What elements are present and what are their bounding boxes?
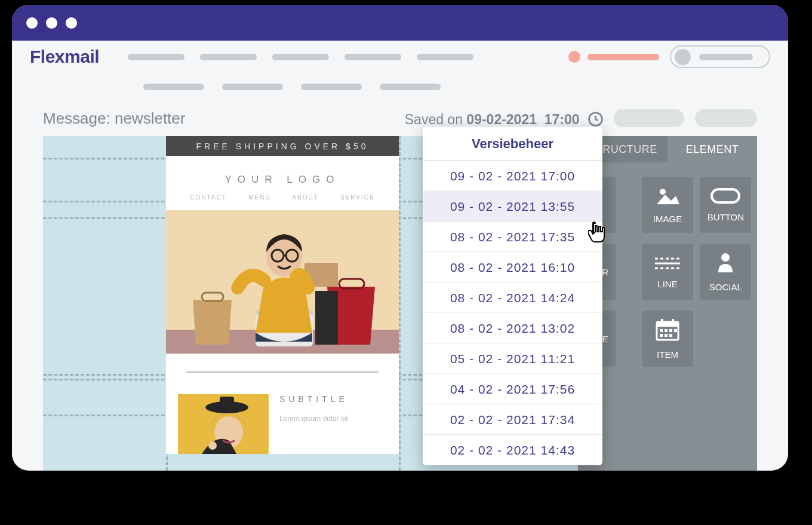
email-nav-menu[interactable]: MENU	[248, 194, 270, 201]
window-dot-close[interactable]	[26, 17, 38, 29]
email-logo-section[interactable]: YOUR LOGO CONTACT MENU ABOUT SERVICE	[166, 156, 399, 210]
element-tile-empty	[700, 311, 751, 367]
email-banner[interactable]: FREE SHIPPING OVER $50	[166, 136, 399, 156]
element-tile-button[interactable]: BUTTON	[700, 177, 751, 233]
notification-dot-icon	[568, 51, 580, 63]
version-history-dropdown[interactable]: Versiebeheer 09 - 02 - 2021 17:00 09 - 0…	[423, 127, 602, 465]
svg-rect-25	[661, 319, 663, 324]
guide-vertical	[399, 136, 401, 471]
version-entry[interactable]: 08 - 02 - 2021 17:35	[423, 222, 602, 252]
email-card[interactable]: SUBTITLE Lorem ipsum dolor sit	[178, 394, 387, 454]
saved-status: Saved on 09-02-2021 17:00	[405, 109, 603, 128]
email-logo-text: YOUR LOGO	[225, 174, 340, 185]
element-panel: STRUCTURE ELEMENT IMAGE BUTTON	[578, 136, 757, 471]
version-history-title: Versiebeheer	[423, 127, 602, 161]
window-dot-minimize[interactable]	[46, 17, 57, 29]
editor-body: FREE SHIPPING OVER $50 YOUR LOGO CONTACT…	[43, 136, 757, 471]
notification-indicator[interactable]	[568, 51, 659, 63]
secondary-nav	[12, 73, 788, 100]
saved-date: 09-02-2021	[466, 112, 537, 127]
username-placeholder	[699, 54, 753, 60]
email-hero-image[interactable]	[166, 210, 399, 354]
nav-link-placeholder[interactable]	[272, 54, 329, 60]
pointer-cursor-icon	[588, 221, 608, 246]
social-icon	[716, 252, 735, 276]
window-dot-maximize[interactable]	[66, 17, 77, 29]
tile-label: ITEM	[657, 349, 678, 360]
version-entry[interactable]: 09 - 02 - 2021 17:00	[423, 161, 602, 191]
main-nav-links	[128, 54, 473, 60]
editor-header: Message: newsletter Saved on 09-02-2021 …	[12, 100, 788, 136]
email-nav-contact[interactable]: CONTACT	[190, 194, 227, 201]
saved-time: 17:00	[545, 112, 580, 127]
svg-rect-18	[220, 397, 234, 407]
email-preview[interactable]: FREE SHIPPING OVER $50 YOUR LOGO CONTACT…	[166, 136, 399, 454]
user-menu[interactable]	[670, 45, 770, 68]
tile-label: LINE	[657, 279, 677, 289]
subnav-link-placeholder[interactable]	[301, 84, 362, 90]
notification-text-placeholder	[588, 54, 659, 60]
saved-label: Saved on	[405, 112, 463, 127]
svg-rect-33	[669, 334, 672, 337]
svg-point-19	[208, 441, 217, 450]
element-grid: IMAGE BUTTON R LINE	[578, 162, 757, 367]
calendar-icon	[656, 318, 679, 343]
brand-logo: Flexmail	[30, 47, 99, 67]
element-tile-line[interactable]: LINE	[642, 244, 693, 300]
app-window: Flexmail Message: newsletter Saved on 09…	[12, 5, 788, 471]
svg-rect-24	[657, 322, 678, 327]
window-titlebar	[12, 5, 788, 41]
nav-link-placeholder[interactable]	[417, 54, 473, 60]
nav-link-placeholder[interactable]	[128, 54, 184, 60]
version-entry[interactable]: 09 - 02 - 2021 13:55	[423, 191, 602, 222]
tab-element[interactable]: ELEMENT	[668, 136, 757, 162]
version-entry[interactable]: 08 - 02 - 2021 14:24	[423, 283, 602, 313]
tile-label: E	[602, 334, 608, 344]
version-entry[interactable]: 02 - 02 - 2021 17:34	[423, 404, 602, 435]
svg-rect-26	[672, 319, 674, 324]
avatar	[675, 49, 691, 65]
svg-point-22	[721, 253, 730, 262]
tile-label: BUTTON	[708, 212, 744, 222]
line-icon	[654, 255, 681, 273]
email-card-text[interactable]: SUBTITLE Lorem ipsum dolor sit	[279, 394, 348, 454]
email-card-body: Lorem ipsum dolor sit	[279, 415, 348, 423]
svg-rect-5	[315, 291, 338, 345]
subnav-link-placeholder[interactable]	[143, 84, 204, 90]
email-nav-about[interactable]: ABOUT	[292, 194, 318, 201]
svg-rect-28	[665, 329, 668, 332]
action-button-placeholder[interactable]	[614, 109, 684, 127]
svg-rect-32	[665, 334, 668, 337]
version-entry[interactable]: 08 - 02 - 2021 16:10	[423, 252, 602, 283]
tile-label: IMAGE	[653, 214, 682, 224]
subnav-link-placeholder[interactable]	[380, 84, 441, 90]
nav-link-placeholder[interactable]	[200, 54, 257, 60]
panel-tabs: STRUCTURE ELEMENT	[578, 136, 757, 162]
email-divider[interactable]	[186, 372, 379, 373]
email-card-subtitle: SUBTITLE	[279, 394, 348, 404]
nav-link-placeholder[interactable]	[345, 54, 401, 60]
version-entry[interactable]: 02 - 02 - 2021 14:43	[423, 435, 602, 465]
email-nav-service[interactable]: SERVICE	[340, 194, 375, 201]
image-icon	[656, 186, 679, 208]
svg-rect-27	[660, 329, 663, 332]
page-title: Message: newsletter	[43, 109, 185, 128]
version-entry[interactable]: 05 - 02 - 2021 11:21	[423, 343, 602, 374]
version-entry[interactable]: 04 - 02 - 2021 17:56	[423, 374, 602, 404]
action-button-placeholder[interactable]	[695, 109, 757, 127]
svg-rect-31	[660, 334, 663, 337]
svg-rect-30	[674, 329, 677, 332]
email-nav: CONTACT MENU ABOUT SERVICE	[166, 186, 399, 207]
svg-point-20	[660, 189, 666, 195]
email-card-image[interactable]	[178, 394, 269, 454]
element-tile-image[interactable]: IMAGE	[642, 177, 693, 233]
svg-rect-21	[712, 189, 739, 202]
element-tile-item[interactable]: ITEM	[642, 311, 693, 367]
top-nav: Flexmail	[12, 41, 788, 73]
history-icon[interactable]	[588, 112, 603, 127]
button-icon	[710, 188, 740, 206]
subnav-link-placeholder[interactable]	[222, 84, 283, 90]
svg-rect-29	[669, 329, 672, 332]
version-entry[interactable]: 08 - 02 - 2021 13:02	[423, 313, 602, 343]
element-tile-social[interactable]: SOCIAL	[700, 244, 751, 300]
